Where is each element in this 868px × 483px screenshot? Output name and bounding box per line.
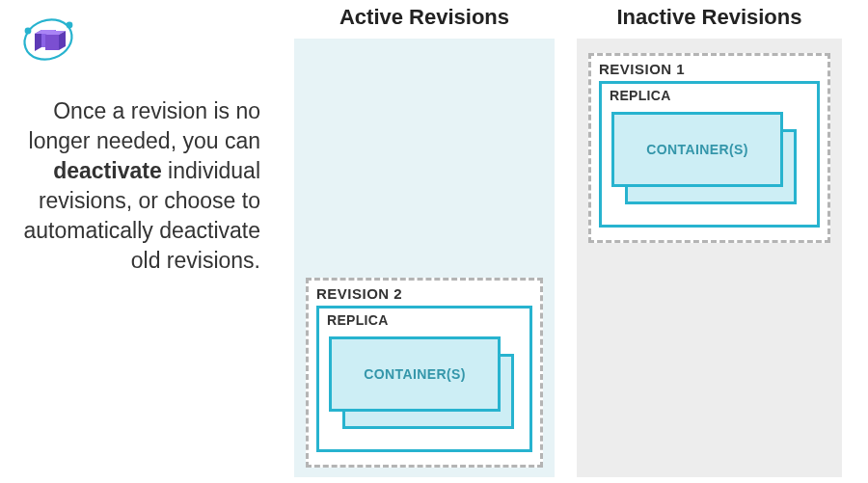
revision-1-box: REVISION 1 REPLICA CONTAINER(S): [588, 53, 830, 243]
inactive-column-body: REVISION 1 REPLICA CONTAINER(S): [577, 39, 842, 477]
active-column-body: REVISION 2 REPLICA CONTAINER(S): [294, 39, 555, 477]
container-label: CONTAINER(S): [364, 366, 466, 382]
revision-1-label: REVISION 1: [599, 60, 820, 79]
revision-2-box: REVISION 2 REPLICA CONTAINER(S): [306, 278, 543, 468]
revision-1-replica-label: REPLICA: [610, 87, 809, 104]
svg-point-2: [67, 22, 73, 29]
svg-point-1: [25, 28, 32, 35]
revision-2-container-stack: CONTAINER(S): [327, 333, 522, 439]
revision-1-container-stack: CONTAINER(S): [610, 108, 809, 214]
explanation-bold: deactivate: [53, 158, 162, 183]
svg-marker-6: [45, 35, 59, 50]
explanation-text: Once a revision is no longer needed, you…: [10, 96, 260, 276]
active-revisions-column: Active Revisions REVISION 2 REPLICA CONT…: [294, 5, 555, 477]
container-card-front: CONTAINER(S): [329, 336, 501, 412]
container-label: CONTAINER(S): [646, 142, 748, 157]
app-logo: [19, 13, 77, 67]
revision-2-replica: REPLICA CONTAINER(S): [316, 306, 532, 452]
container-card-front: CONTAINER(S): [611, 112, 783, 187]
revision-1-replica: REPLICA CONTAINER(S): [599, 81, 820, 228]
inactive-column-title: Inactive Revisions: [577, 5, 842, 33]
active-column-title: Active Revisions: [294, 5, 555, 33]
revision-2-replica-label: REPLICA: [327, 311, 522, 329]
inactive-revisions-column: Inactive Revisions REVISION 1 REPLICA CO…: [577, 5, 842, 477]
explanation-lead: Once a revision is no longer needed, you…: [29, 98, 260, 153]
revision-2-label: REVISION 2: [316, 284, 532, 304]
